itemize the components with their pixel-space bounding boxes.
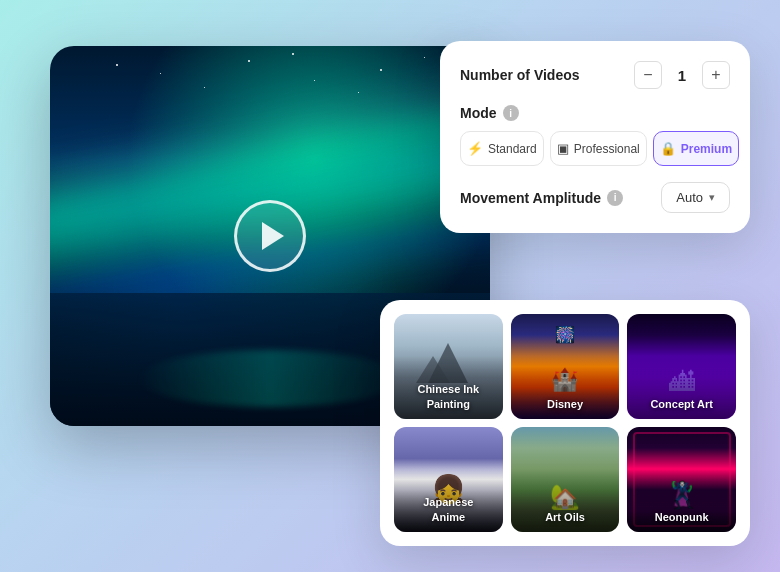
amplitude-label: Movement Amplitude — [460, 190, 601, 206]
professional-icon: ▣ — [557, 141, 569, 156]
increment-button[interactable]: + — [702, 61, 730, 89]
standard-label: Standard — [488, 142, 537, 156]
play-button[interactable] — [234, 200, 306, 272]
play-icon — [262, 222, 284, 250]
counter-value: 1 — [674, 67, 690, 84]
style-neonpunk-label: Neonpunk — [627, 510, 736, 524]
chevron-down-icon: ▾ — [709, 191, 715, 204]
mode-professional-button[interactable]: ▣ Professional — [550, 131, 647, 166]
settings-panel: Number of Videos − 1 + Mode i ⚡ Standard… — [440, 41, 750, 233]
style-panel: Chinese InkPainting 🎆 🏰 Disney 🏙 Concept… — [380, 300, 750, 546]
style-disney[interactable]: 🎆 🏰 Disney — [511, 314, 620, 419]
style-grid: Chinese InkPainting 🎆 🏰 Disney 🏙 Concept… — [394, 314, 736, 532]
style-art-oils[interactable]: 🏡 Art Oils — [511, 427, 620, 532]
amplitude-value: Auto — [676, 190, 703, 205]
decrement-button[interactable]: − — [634, 61, 662, 89]
mode-premium-button[interactable]: 🔒 Premium — [653, 131, 739, 166]
style-chinese-ink-label: Chinese InkPainting — [394, 382, 503, 411]
premium-icon: 🔒 — [660, 141, 676, 156]
style-disney-label: Disney — [511, 397, 620, 411]
mode-label: Mode — [460, 105, 497, 121]
style-chinese-ink[interactable]: Chinese InkPainting — [394, 314, 503, 419]
style-japanese-anime-label: JapaneseAnime — [394, 495, 503, 524]
amplitude-dropdown[interactable]: Auto ▾ — [661, 182, 730, 213]
style-neonpunk[interactable]: 🦹 Neonpunk — [627, 427, 736, 532]
scene-container: Number of Videos − 1 + Mode i ⚡ Standard… — [30, 26, 750, 546]
mode-standard-button[interactable]: ⚡ Standard — [460, 131, 544, 166]
videos-label: Number of Videos — [460, 67, 580, 83]
style-concept-art[interactable]: 🏙 Concept Art — [627, 314, 736, 419]
premium-label: Premium — [681, 142, 732, 156]
style-art-oils-label: Art Oils — [511, 510, 620, 524]
amplitude-info-icon: i — [607, 190, 623, 206]
professional-label: Professional — [574, 142, 640, 156]
style-japanese-anime[interactable]: 👧 JapaneseAnime — [394, 427, 503, 532]
video-counter: − 1 + — [634, 61, 730, 89]
mode-buttons: ⚡ Standard ▣ Professional 🔒 Premium — [460, 131, 730, 166]
mode-info-icon: i — [503, 105, 519, 121]
style-concept-art-label: Concept Art — [627, 397, 736, 411]
standard-icon: ⚡ — [467, 141, 483, 156]
